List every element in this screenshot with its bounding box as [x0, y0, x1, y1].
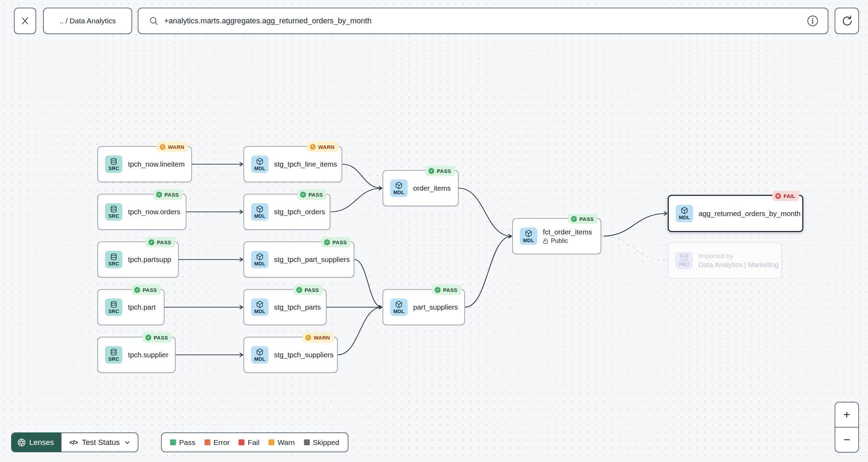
- database-icon: [110, 253, 118, 261]
- edge-part_suppliers-to-fct_order_items: [465, 236, 512, 307]
- graph-node-part_suppliers[interactable]: ✓PASSMDLpart_suppliers: [383, 289, 465, 325]
- cube-icon: [256, 253, 264, 261]
- graph-node-order_items[interactable]: ✓PASSMDLorder_items: [383, 170, 459, 206]
- pass-status-icon: ✓: [145, 335, 151, 341]
- node-type-label: MDL: [679, 215, 690, 220]
- node-text: part_suppliers: [413, 303, 458, 311]
- mdl-icon: MDL: [251, 298, 268, 316]
- graph-node-stg_tpch_line_items[interactable]: !WARNMDLstg_tpch_line_items: [243, 146, 342, 182]
- status-badge-label: PASS: [332, 239, 347, 245]
- node-text: tpch_now.orders: [128, 208, 180, 216]
- src-icon: SRC: [105, 298, 122, 316]
- status-badge-pass: ✓PASS: [153, 189, 183, 200]
- status-badge-pass: ✓PASS: [143, 332, 172, 343]
- status-badge-label: PASS: [579, 216, 594, 222]
- ghost-node-caption: Imported by: [698, 252, 779, 260]
- graph-node-stg_tpch_orders[interactable]: ✓PASSMDLstg_tpch_orders: [243, 194, 330, 230]
- node-title: stg_tpch_orders: [274, 208, 325, 216]
- edge-stg_tpch_line_items-to-order_items: [342, 164, 382, 188]
- lenses-button[interactable]: Lenses: [11, 432, 61, 452]
- status-badge-label: PASS: [308, 192, 323, 198]
- database-icon: [110, 348, 118, 356]
- legend-item-skipped: Skipped: [304, 438, 339, 447]
- aperture-icon: [17, 438, 26, 447]
- pass-status-icon: ✓: [148, 239, 154, 245]
- status-badge-pass: ✓PASS: [426, 166, 455, 176]
- node-title: tpch.part: [128, 303, 156, 311]
- close-button[interactable]: [14, 8, 36, 34]
- lineage-canvas[interactable]: !WARNSRCtpch_now.lineitem!WARNMDLstg_tpc…: [0, 0, 868, 462]
- node-title: stg_tpch_suppliers: [274, 351, 333, 359]
- search-input[interactable]: [164, 16, 807, 25]
- search-icon: [149, 16, 159, 26]
- chevron-down-icon: [124, 439, 131, 446]
- node-title: part_suppliers: [413, 303, 458, 311]
- node-type-label: MDL: [393, 190, 404, 195]
- graph-node-tpch.partsupp[interactable]: ✓PASSSRCtpch.partsupp: [97, 241, 179, 278]
- node-text: tpch_now.lineitem: [128, 160, 185, 168]
- node-title: stg_tpch_parts: [274, 303, 321, 311]
- graph-node-stg_tpch_suppliers[interactable]: !WARNMDLstg_tpch_suppliers: [243, 337, 338, 373]
- cube-icon: [525, 230, 532, 237]
- mdl-icon: MDL: [676, 205, 693, 222]
- status-badge-pass: ✓PASS: [297, 189, 327, 200]
- node-text: tpch.supplier: [128, 351, 168, 359]
- node-text: tpch.partsupp: [128, 255, 171, 264]
- legend-item-error: Error: [204, 438, 230, 447]
- pass-status-icon: ✓: [435, 287, 441, 293]
- graph-node-tpch_now.orders[interactable]: ✓PASSSRCtpch_now.orders: [97, 194, 186, 230]
- node-type-label: SRC: [108, 261, 119, 266]
- node-title: tpch_now.lineitem: [128, 160, 185, 168]
- graph-node-tpch.part[interactable]: ✓PASSSRCtpch.part: [97, 289, 164, 325]
- search-bar: [138, 8, 828, 34]
- node-title: order_items: [413, 184, 451, 192]
- legend-swatch-error: [204, 439, 210, 445]
- cube-icon: [256, 158, 264, 165]
- status-badge-pass: ✓PASS: [568, 214, 597, 224]
- code-icon: </>: [69, 439, 78, 446]
- cube-icon: [395, 301, 403, 308]
- graph-node-agg_returned_orders_by_month[interactable]: ✕FAILMDLagg_returned_orders_by_month: [668, 195, 803, 232]
- lens-selector-dropdown[interactable]: </> Test Status: [61, 432, 138, 452]
- legend-label: Error: [214, 438, 230, 447]
- legend-swatch-pass: [170, 439, 176, 445]
- status-badge-warn: !WARN: [303, 332, 334, 343]
- graph-node-stg_tpch_part_suppliers[interactable]: ✓PASSMDLstg_tpch_part_suppliers: [243, 241, 354, 278]
- node-text: stg_tpch_orders: [274, 208, 325, 216]
- graph-node-stg_tpch_parts[interactable]: ✓PASSMDLstg_tpch_parts: [243, 289, 327, 325]
- node-type-label: MDL: [393, 309, 404, 314]
- fail-status-icon: ✕: [775, 193, 781, 199]
- breadcrumb-label: .. / Data Analytics: [59, 17, 116, 25]
- info-icon[interactable]: [807, 15, 819, 27]
- node-title: agg_returned_orders_by_month: [699, 209, 801, 218]
- node-type-label: MDL: [254, 213, 265, 219]
- status-badge-pass: ✓PASS: [131, 285, 161, 295]
- legend-swatch-fail: [239, 439, 244, 445]
- cube-icon: [395, 182, 403, 189]
- graph-node-tpch_now.lineitem[interactable]: !WARNSRCtpch_now.lineitem: [97, 146, 192, 182]
- breadcrumb[interactable]: .. / Data Analytics: [43, 8, 132, 34]
- close-icon: [21, 16, 30, 25]
- status-badge-warn: !WARN: [307, 142, 338, 152]
- node-type-label: SRC: [108, 309, 119, 314]
- pass-status-icon: ✓: [324, 239, 330, 245]
- status-badge-label: PASS: [154, 335, 168, 341]
- legend-item-pass: Pass: [170, 438, 195, 447]
- refresh-button[interactable]: [835, 8, 859, 34]
- status-badge-warn: !WARN: [157, 142, 188, 152]
- database-icon: [110, 301, 118, 308]
- legend-label: Skipped: [313, 438, 339, 447]
- node-text: stg_tpch_line_items: [274, 160, 337, 168]
- database-icon: [110, 205, 118, 213]
- graph-node-imported_by[interactable]: PRJImported byData Analytics | Marketing: [668, 242, 782, 279]
- graph-node-fct_order_items[interactable]: ✓PASSMDLfct_order_itemsPublic: [512, 218, 601, 254]
- zoom-in-button[interactable]: +: [835, 403, 858, 427]
- node-type-label: PRJ: [679, 262, 689, 267]
- graph-node-tpch.supplier[interactable]: ✓PASSSRCtpch.supplier: [97, 337, 176, 373]
- src-icon: SRC: [105, 203, 122, 221]
- node-text: tpch.part: [128, 303, 156, 311]
- node-text: Imported byData Analytics | Marketing: [698, 252, 779, 269]
- legend-label: Pass: [179, 438, 195, 447]
- zoom-out-button[interactable]: −: [835, 427, 858, 452]
- pass-status-icon: ✓: [428, 168, 434, 174]
